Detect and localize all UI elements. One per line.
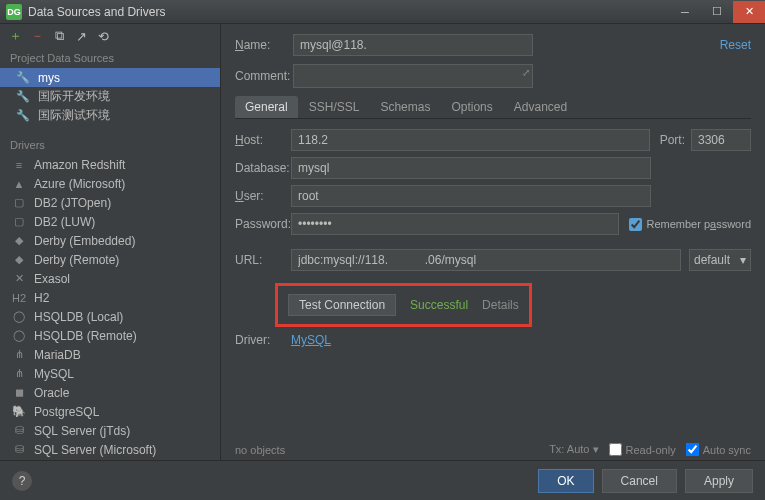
db-icon: ▢	[12, 215, 26, 228]
driver-item[interactable]: ▢DB2 (JTOpen)	[0, 193, 220, 212]
driver-label: Derby (Remote)	[34, 253, 119, 267]
driver-item[interactable]: 🐘PostgreSQL	[0, 402, 220, 421]
port-input[interactable]	[691, 129, 751, 151]
db-icon: ⛁	[12, 424, 26, 437]
driver-item[interactable]: ◆Derby (Remote)	[0, 250, 220, 269]
driver-label: MariaDB	[34, 348, 81, 362]
expand-icon[interactable]: ⤢	[522, 67, 530, 78]
main-panel: Name: Reset Comment: ⤢ General SSH/SSL S…	[221, 24, 765, 460]
goto-icon[interactable]: ↗	[74, 29, 88, 43]
driver-item[interactable]: H2H2	[0, 288, 220, 307]
remove-icon[interactable]: －	[30, 29, 44, 43]
driver-label: Derby (Embedded)	[34, 234, 135, 248]
app-icon: DG	[6, 4, 22, 20]
driver-label: H2	[34, 291, 49, 305]
db-icon: H2	[12, 292, 26, 304]
close-button[interactable]: ✕	[733, 1, 765, 23]
connection-success-text: Successful	[410, 298, 468, 312]
maximize-button[interactable]: ☐	[701, 1, 733, 23]
datasource-label: mys	[38, 71, 60, 85]
section-project-header: Project Data Sources	[0, 48, 220, 68]
apply-button[interactable]: Apply	[685, 469, 753, 493]
driver-item[interactable]: ◯HSQLDB (Remote)	[0, 326, 220, 345]
driver-item[interactable]: ⋔MariaDB	[0, 345, 220, 364]
url-default-dropdown[interactable]: default ▾	[689, 249, 751, 271]
db-icon: 🐘	[12, 405, 26, 418]
driver-label: Azure (Microsoft)	[34, 177, 125, 191]
comment-label: Comment:	[235, 69, 293, 83]
footer: ? OK Cancel Apply	[0, 460, 765, 500]
details-link[interactable]: Details	[482, 298, 519, 312]
driver-item[interactable]: ✕Exasol	[0, 269, 220, 288]
tx-auto-text[interactable]: Tx: Auto ▾	[549, 443, 598, 456]
datasource-label: 国际测试环境	[38, 107, 110, 124]
driver-label: HSQLDB (Local)	[34, 310, 123, 324]
help-button[interactable]: ?	[12, 471, 32, 491]
comment-input[interactable]: ⤢	[293, 64, 533, 88]
bottom-status-bar: no objects Tx: Auto ▾ Read-only Auto syn…	[235, 443, 751, 456]
chevron-down-icon: ▾	[740, 253, 746, 267]
driver-link[interactable]: MySQL	[291, 333, 331, 347]
test-connection-highlight: Test Connection Successful Details	[275, 283, 532, 327]
database-input[interactable]	[291, 157, 651, 179]
auto-sync-checkbox[interactable]: Auto sync	[686, 443, 751, 456]
minimize-button[interactable]: ─	[669, 1, 701, 23]
tab-ssh[interactable]: SSH/SSL	[299, 96, 370, 118]
password-input[interactable]	[291, 213, 619, 235]
database-label: Database:	[235, 161, 291, 175]
remember-password-checkbox[interactable]: Remember password	[629, 218, 751, 231]
db-icon: ◯	[12, 329, 26, 342]
user-input[interactable]	[291, 185, 651, 207]
section-drivers-header: Drivers	[0, 135, 220, 155]
driver-label: Oracle	[34, 386, 69, 400]
cancel-button[interactable]: Cancel	[602, 469, 677, 493]
test-connection-button[interactable]: Test Connection	[288, 294, 396, 316]
db-icon: ◆	[12, 234, 26, 247]
default-label: default	[694, 253, 730, 267]
wrench-icon: 🔧	[16, 71, 30, 84]
driver-item[interactable]: ◼Oracle	[0, 383, 220, 402]
driver-item[interactable]: ◯HSQLDB (Local)	[0, 307, 220, 326]
no-objects-text: no objects	[235, 444, 285, 456]
tab-advanced[interactable]: Advanced	[504, 96, 577, 118]
db-icon: ⋔	[12, 367, 26, 380]
driver-item[interactable]: ◆Derby (Embedded)	[0, 231, 220, 250]
reset-link[interactable]: Reset	[720, 38, 751, 52]
driver-item[interactable]: ⋔MySQL	[0, 364, 220, 383]
datasource-item[interactable]: 🔧 mys	[0, 68, 220, 87]
driver-item[interactable]: ▲Azure (Microsoft)	[0, 174, 220, 193]
password-label: Password:	[235, 217, 291, 231]
sidebar-toolbar: ＋ － ⧉ ↗ ⟲	[0, 24, 220, 48]
refresh-icon[interactable]: ⟲	[96, 29, 110, 43]
driver-label: DB2 (JTOpen)	[34, 196, 111, 210]
titlebar: DG Data Sources and Drivers ─ ☐ ✕	[0, 0, 765, 24]
driver-item[interactable]: ⛁SQL Server (Microsoft)	[0, 440, 220, 459]
driver-label: HSQLDB (Remote)	[34, 329, 137, 343]
port-label: Port:	[660, 133, 685, 147]
read-only-checkbox[interactable]: Read-only	[609, 443, 676, 456]
add-icon[interactable]: ＋	[8, 29, 22, 43]
host-input[interactable]	[291, 129, 650, 151]
driver-label: Amazon Redshift	[34, 158, 125, 172]
driver-label: Driver:	[235, 333, 291, 347]
driver-item[interactable]: ≡Amazon Redshift	[0, 155, 220, 174]
remember-checkbox-input[interactable]	[629, 218, 642, 231]
tab-general[interactable]: General	[235, 96, 298, 118]
datasource-item[interactable]: 🔧 国际开发环境	[0, 87, 220, 106]
ok-button[interactable]: OK	[538, 469, 593, 493]
driver-item[interactable]: ⛁SQL Server (jTds)	[0, 421, 220, 440]
driver-label: DB2 (LUW)	[34, 215, 95, 229]
wrench-icon: 🔧	[16, 90, 30, 103]
datasource-item[interactable]: 🔧 国际测试环境	[0, 106, 220, 125]
user-label: User:	[235, 189, 291, 203]
datasource-label: 国际开发环境	[38, 88, 110, 105]
url-input[interactable]	[291, 249, 681, 271]
db-icon: ⋔	[12, 348, 26, 361]
db-icon: ◆	[12, 253, 26, 266]
driver-label: MySQL	[34, 367, 74, 381]
tab-options[interactable]: Options	[441, 96, 502, 118]
driver-item[interactable]: ▢DB2 (LUW)	[0, 212, 220, 231]
copy-icon[interactable]: ⧉	[52, 29, 66, 43]
name-input[interactable]	[293, 34, 533, 56]
tab-schemas[interactable]: Schemas	[370, 96, 440, 118]
